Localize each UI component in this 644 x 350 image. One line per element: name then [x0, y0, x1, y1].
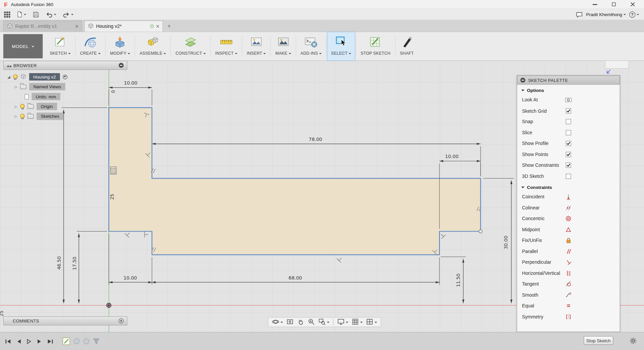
perpendicular-icon[interactable] — [565, 259, 572, 266]
parallel-icon[interactable] — [565, 248, 572, 255]
timeline-skip-end-button[interactable] — [47, 339, 53, 344]
smooth-icon[interactable] — [565, 292, 572, 298]
ribbon-group-construct[interactable]: CONSTRUCT — [172, 32, 209, 60]
expand-chevron-icon[interactable]: ▷ — [15, 85, 17, 89]
concentric-icon[interactable] — [565, 215, 572, 222]
option-checkbox-show-points[interactable] — [566, 152, 571, 157]
constraint-smooth[interactable]: Smooth — [517, 290, 620, 300]
tab-close-icon[interactable] — [75, 24, 78, 29]
visibility-bulb-icon[interactable] — [20, 114, 24, 119]
collapse-panel-icon[interactable] — [520, 78, 525, 83]
equal-icon[interactable] — [565, 303, 572, 309]
activate-component-icon[interactable] — [63, 74, 67, 79]
collapse-panel-icon[interactable] — [119, 63, 124, 68]
help-menu[interactable]: ? — [629, 11, 639, 17]
collapse-icon[interactable] — [7, 63, 11, 68]
symmetry-icon[interactable] — [565, 313, 572, 320]
document-tab-housing-v2[interactable]: Housing v2* — [84, 20, 163, 32]
timeline-feature-suppressed-1[interactable] — [73, 338, 80, 345]
display-settings-button[interactable] — [336, 317, 350, 327]
option-checkbox-snap[interactable] — [566, 119, 571, 124]
viewports-button[interactable] — [365, 317, 378, 327]
ribbon-group-stopsketch[interactable]: STOP SKETCH — [357, 32, 394, 60]
ribbon-group-addins[interactable]: ADD-INS — [297, 32, 325, 60]
colinear-icon[interactable] — [565, 204, 572, 211]
user-menu[interactable]: Pradit Khemthong — [586, 12, 626, 17]
undo-button[interactable] — [46, 11, 56, 17]
redo-button[interactable] — [63, 11, 73, 17]
zoom-window-button[interactable] — [317, 317, 330, 327]
ribbon-group-inspect[interactable]: INSPECT — [212, 32, 241, 60]
constraint-parallel[interactable]: Parallel — [517, 246, 620, 257]
tangent-icon[interactable] — [565, 281, 572, 288]
constraint-symmetry[interactable]: Symmetry — [517, 311, 620, 322]
palette-header[interactable]: SKETCH PALETTE — [517, 76, 620, 85]
browser-item-label[interactable]: Origin — [37, 103, 57, 110]
fix-icon[interactable] — [565, 237, 572, 244]
constraint-colinear[interactable]: Colinear — [517, 202, 620, 213]
constraint-equal[interactable]: Equal — [517, 300, 620, 311]
expand-panel-icon[interactable] — [119, 318, 124, 323]
constraint-perpendicular[interactable]: Perpendicular — [517, 257, 620, 267]
browser-item-label[interactable]: Named Views — [29, 83, 65, 90]
pan-button[interactable] — [296, 317, 306, 327]
coincident-icon[interactable] — [565, 194, 572, 200]
timeline-play-button[interactable] — [27, 339, 32, 344]
browser-item-units-mm[interactable]: Units: mm — [3, 92, 127, 101]
timeline-step-forward-button[interactable] — [37, 339, 42, 344]
option-checkbox-3d-sketch[interactable] — [566, 173, 571, 179]
timeline-skip-start-button[interactable] — [5, 339, 11, 344]
midpoint-icon[interactable] — [565, 226, 572, 233]
timeline-feature-filter-3[interactable] — [93, 338, 100, 345]
workspace-switcher[interactable]: MODEL — [3, 34, 43, 58]
minimize-button[interactable] — [589, 0, 600, 8]
browser-item-label[interactable]: Housing v2 — [29, 73, 60, 81]
constraint-midpoint[interactable]: Midpoint — [517, 224, 620, 235]
ribbon-group-modify[interactable]: MODIFY — [106, 32, 134, 60]
options-section-header[interactable]: Options — [517, 85, 620, 94]
ribbon-group-create[interactable]: CREATE — [76, 32, 104, 60]
look-at-button[interactable] — [565, 97, 572, 103]
file-button[interactable] — [17, 11, 26, 18]
option-checkbox-slice[interactable] — [566, 130, 571, 135]
timeline-step-back-button[interactable] — [16, 339, 21, 344]
expanded-node-icon[interactable]: ◢ — [7, 75, 10, 79]
ribbon-group-select[interactable]: SELECT — [327, 32, 355, 60]
save-button[interactable] — [33, 11, 39, 17]
browser-item-sketches[interactable]: ▷Sketches — [3, 112, 127, 121]
visibility-bulb-icon[interactable] — [13, 74, 17, 80]
ribbon-group-make[interactable]: MAKE — [272, 32, 295, 60]
browser-item-label[interactable]: Units: mm — [32, 93, 60, 100]
tab-close-icon[interactable] — [156, 24, 159, 29]
horizvert-icon[interactable] — [565, 270, 572, 277]
expand-chevron-icon[interactable]: ▷ — [15, 105, 17, 108]
browser-item-label[interactable]: Sketches — [37, 113, 63, 120]
option-checkbox-show-profile[interactable] — [566, 141, 571, 146]
stop-sketch-button[interactable]: Stop Sketch — [584, 336, 613, 345]
maximize-button[interactable] — [608, 0, 619, 8]
new-tab-button[interactable]: + — [165, 20, 173, 32]
constraint-fix-unfix[interactable]: Fix/UnFix — [517, 235, 620, 246]
expand-chevron-icon[interactable]: ▷ — [15, 114, 17, 118]
ribbon-group-sketch[interactable]: SKETCH — [46, 32, 74, 60]
comments-header[interactable]: COMMENTS — [3, 316, 127, 326]
constraints-section-header[interactable]: Constraints — [517, 182, 620, 191]
notifications-button[interactable] — [576, 11, 583, 17]
constraint-tangent[interactable]: Tangent — [517, 279, 620, 289]
orbit-button[interactable] — [271, 317, 284, 327]
browser-item-origin[interactable]: ▷Origin — [3, 102, 127, 111]
document-tab-raptor-r-embly-v1[interactable]: Raptor R...embly v1 — [3, 20, 82, 32]
constraint-horizontal-vertical[interactable]: Horizontal/Vertical — [517, 268, 620, 279]
close-button[interactable] — [627, 0, 638, 8]
zoom-button[interactable] — [306, 317, 316, 327]
browser-item-housing-v2[interactable]: ◢Housing v2 — [3, 72, 127, 82]
app-grid-button[interactable] — [4, 11, 10, 17]
ribbon-group-insert[interactable]: INSERT — [243, 32, 270, 60]
ribbon-group-shaft[interactable]: SHAFT — [396, 32, 417, 60]
option-checkbox-show-constraints[interactable] — [566, 163, 571, 168]
visibility-bulb-icon[interactable] — [20, 104, 24, 109]
timeline-settings-button[interactable] — [630, 337, 637, 345]
timeline-feature-sketch-0[interactable] — [62, 337, 70, 345]
look-at-button[interactable] — [285, 317, 295, 327]
option-checkbox-sketch-grid[interactable] — [566, 108, 571, 113]
